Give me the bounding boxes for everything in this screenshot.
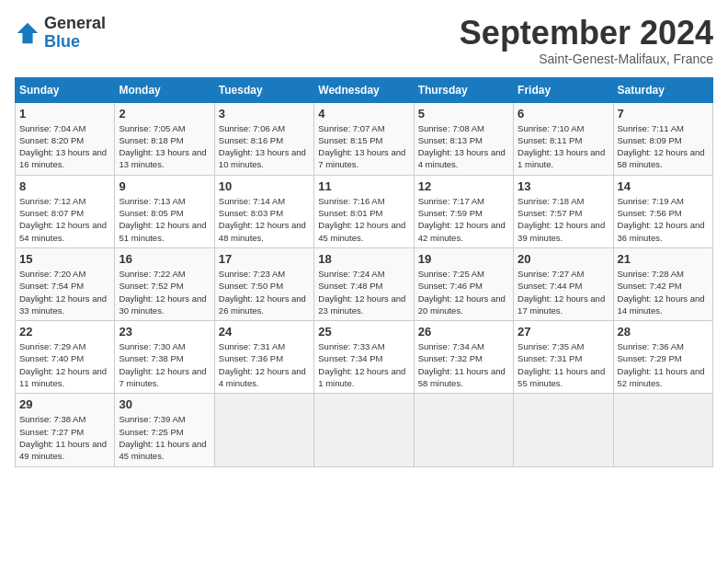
day-number: 17 [219,252,310,266]
calendar-cell: 7 Sunrise: 7:11 AM Sunset: 8:09 PM Dayli… [613,102,712,175]
sunrise: Sunrise: 7:13 AM [119,196,185,206]
sunrise: Sunrise: 7:20 AM [19,269,85,279]
sunset: Sunset: 8:01 PM [318,208,382,218]
day-number: 21 [618,252,709,266]
day-number: 29 [19,397,110,411]
sunset: Sunset: 8:13 PM [418,135,483,145]
sunset: Sunset: 8:09 PM [618,135,682,145]
day-number: 18 [318,252,409,266]
day-info: Sunrise: 7:35 AM Sunset: 7:31 PM Dayligh… [518,340,609,389]
day-info: Sunrise: 7:17 AM Sunset: 7:59 PM Dayligh… [418,195,509,244]
sunset: Sunset: 8:20 PM [19,135,84,145]
sunrise: Sunrise: 7:27 AM [518,269,584,279]
daylight: Daylight: 12 hours and 20 minutes. [418,293,506,316]
calendar-cell: 6 Sunrise: 7:10 AM Sunset: 8:11 PM Dayli… [514,102,613,175]
day-info: Sunrise: 7:19 AM Sunset: 7:56 PM Dayligh… [618,195,709,244]
day-info: Sunrise: 7:13 AM Sunset: 8:05 PM Dayligh… [119,195,210,244]
day-number: 20 [518,252,609,266]
calendar-cell: 16 Sunrise: 7:22 AM Sunset: 7:52 PM Dayl… [115,247,214,320]
sunrise: Sunrise: 7:39 AM [119,414,185,424]
daylight: Daylight: 12 hours and 51 minutes. [119,220,206,242]
calendar-cell: 1 Sunrise: 7:04 AM Sunset: 8:20 PM Dayli… [16,102,115,175]
day-info: Sunrise: 7:31 AM Sunset: 7:36 PM Dayligh… [219,340,310,389]
calendar-cell: 30 Sunrise: 7:39 AM Sunset: 7:25 PM Dayl… [115,394,214,466]
sunrise: Sunrise: 7:19 AM [618,196,684,206]
day-number: 8 [19,179,110,193]
weekday-tuesday: Tuesday [214,77,313,102]
weekday-thursday: Thursday [414,77,513,102]
day-info: Sunrise: 7:07 AM Sunset: 8:15 PM Dayligh… [318,122,409,171]
day-info: Sunrise: 7:22 AM Sunset: 7:52 PM Dayligh… [119,268,210,316]
logo-text: General Blue [44,15,106,52]
sunset: Sunset: 8:18 PM [119,135,183,145]
calendar-cell [613,394,712,466]
daylight: Daylight: 12 hours and 58 minutes. [618,147,705,169]
calendar-cell: 23 Sunrise: 7:30 AM Sunset: 7:38 PM Dayl… [115,321,214,394]
weekday-sunday: Sunday [16,77,115,102]
sunrise: Sunrise: 7:08 AM [418,123,484,133]
sunrise: Sunrise: 7:38 AM [19,414,85,424]
calendar-cell: 24 Sunrise: 7:31 AM Sunset: 7:36 PM Dayl… [214,321,313,394]
daylight: Daylight: 12 hours and 7 minutes. [119,366,206,388]
sunrise: Sunrise: 7:07 AM [318,123,384,133]
daylight: Daylight: 11 hours and 45 minutes. [119,439,206,461]
daylight: Daylight: 13 hours and 7 minutes. [318,147,405,169]
day-info: Sunrise: 7:20 AM Sunset: 7:54 PM Dayligh… [19,268,110,316]
sunset: Sunset: 8:16 PM [219,135,283,145]
sunrise: Sunrise: 7:33 AM [318,341,384,351]
calendar-cell: 12 Sunrise: 7:17 AM Sunset: 7:59 PM Dayl… [414,175,513,247]
daylight: Daylight: 13 hours and 1 minute. [518,147,605,169]
day-number: 23 [119,325,210,339]
title-section: September 2024 Saint-Genest-Malifaux, Fr… [460,15,713,66]
sunset: Sunset: 7:25 PM [119,427,183,437]
calendar-cell: 28 Sunrise: 7:36 AM Sunset: 7:29 PM Dayl… [613,321,712,394]
day-number: 28 [618,325,709,339]
day-info: Sunrise: 7:36 AM Sunset: 7:29 PM Dayligh… [618,340,709,389]
sunrise: Sunrise: 7:23 AM [219,269,285,279]
sunset: Sunset: 7:48 PM [318,281,382,291]
calendar-week-4: 22 Sunrise: 7:29 AM Sunset: 7:40 PM Dayl… [16,321,713,394]
sunset: Sunset: 7:38 PM [119,353,183,363]
calendar-cell: 20 Sunrise: 7:27 AM Sunset: 7:44 PM Dayl… [514,247,613,320]
calendar-cell: 18 Sunrise: 7:24 AM Sunset: 7:48 PM Dayl… [314,247,414,320]
day-info: Sunrise: 7:33 AM Sunset: 7:34 PM Dayligh… [318,340,409,389]
sunset: Sunset: 7:29 PM [618,353,682,363]
day-info: Sunrise: 7:29 AM Sunset: 7:40 PM Dayligh… [19,340,110,389]
calendar-cell [414,394,513,466]
calendar-cell [214,394,313,466]
sunrise: Sunrise: 7:29 AM [19,341,85,351]
calendar-week-1: 1 Sunrise: 7:04 AM Sunset: 8:20 PM Dayli… [16,102,713,175]
sunrise: Sunrise: 7:16 AM [318,196,384,206]
sunset: Sunset: 7:40 PM [19,353,84,363]
daylight: Daylight: 12 hours and 48 minutes. [219,220,306,242]
day-info: Sunrise: 7:10 AM Sunset: 8:11 PM Dayligh… [518,122,609,171]
sunset: Sunset: 8:15 PM [318,135,382,145]
day-info: Sunrise: 7:27 AM Sunset: 7:44 PM Dayligh… [518,268,609,316]
sunrise: Sunrise: 7:10 AM [518,123,584,133]
daylight: Daylight: 12 hours and 26 minutes. [219,293,306,316]
daylight: Daylight: 13 hours and 16 minutes. [19,147,107,169]
day-number: 25 [318,325,409,339]
calendar-cell: 25 Sunrise: 7:33 AM Sunset: 7:34 PM Dayl… [314,321,414,394]
weekday-saturday: Saturday [613,77,712,102]
day-info: Sunrise: 7:06 AM Sunset: 8:16 PM Dayligh… [219,122,310,171]
day-info: Sunrise: 7:23 AM Sunset: 7:50 PM Dayligh… [219,268,310,316]
calendar-cell: 15 Sunrise: 7:20 AM Sunset: 7:54 PM Dayl… [16,247,115,320]
day-number: 1 [19,107,110,121]
weekday-monday: Monday [115,77,214,102]
weekday-row: Sunday Monday Tuesday Wednesday Thursday… [16,77,713,102]
sunset: Sunset: 7:27 PM [19,427,84,437]
day-number: 11 [318,179,409,193]
calendar-cell: 14 Sunrise: 7:19 AM Sunset: 7:56 PM Dayl… [613,175,712,247]
sunset: Sunset: 8:03 PM [219,208,283,218]
calendar-cell: 2 Sunrise: 7:05 AM Sunset: 8:18 PM Dayli… [115,102,214,175]
daylight: Daylight: 11 hours and 58 minutes. [418,366,506,388]
day-number: 22 [19,325,110,339]
calendar-cell: 13 Sunrise: 7:18 AM Sunset: 7:57 PM Dayl… [514,175,613,247]
day-info: Sunrise: 7:38 AM Sunset: 7:27 PM Dayligh… [19,413,110,462]
calendar-cell: 4 Sunrise: 7:07 AM Sunset: 8:15 PM Dayli… [314,102,414,175]
sunrise: Sunrise: 7:11 AM [618,123,684,133]
calendar-cell: 26 Sunrise: 7:34 AM Sunset: 7:32 PM Dayl… [414,321,513,394]
day-number: 2 [119,107,210,121]
weekday-friday: Friday [514,77,613,102]
